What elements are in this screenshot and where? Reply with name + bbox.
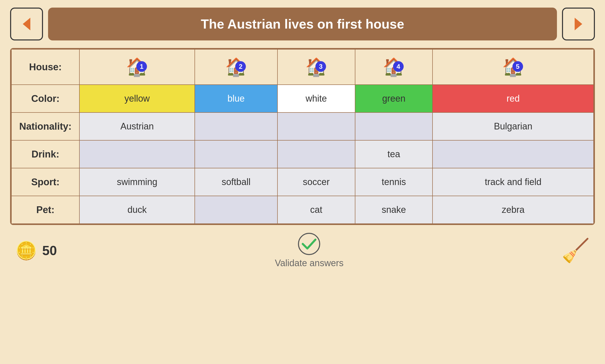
house-wrap-3: 3 🏠	[305, 58, 327, 76]
color-cell-4[interactable]: green	[355, 85, 433, 112]
nationality-label: Nationality:	[11, 112, 79, 140]
next-button[interactable]	[562, 8, 595, 40]
drink-label: Drink:	[11, 140, 79, 168]
pet-cell-3[interactable]: cat	[277, 196, 355, 224]
pet-label: Pet:	[11, 196, 79, 224]
coin-count: 50	[42, 243, 57, 258]
house-number-3: 3	[315, 61, 326, 72]
color-cell-5[interactable]: red	[433, 85, 594, 112]
color-label: Color:	[11, 85, 79, 112]
next-icon	[571, 16, 586, 32]
header: The Austrian lives on first house	[10, 8, 595, 40]
svg-point-2	[298, 233, 320, 255]
house-cell-2: 2 🏠	[195, 49, 277, 85]
nationality-cell-1[interactable]: Austrian	[79, 112, 195, 140]
drink-cell-5[interactable]	[433, 140, 594, 168]
pet-cell-2[interactable]	[195, 196, 277, 224]
house-wrap-4: 4 🏠	[383, 58, 405, 76]
validate-checkmark-icon	[298, 233, 320, 255]
footer: 🪙 50 Validate answers 🧹	[10, 233, 595, 268]
house-row: House: 1 🏠 2 🏠 3 🏠	[11, 49, 594, 85]
title-bar: The Austrian lives on first house	[48, 8, 557, 40]
drink-cell-2[interactable]	[195, 140, 277, 168]
color-row: Color: yellow blue white green red	[11, 85, 594, 112]
house-cell-5: 5 🏠	[433, 49, 594, 85]
sport-row: Sport: swimming softball soccer tennis t…	[11, 168, 594, 196]
house-label: House:	[11, 49, 79, 85]
sport-label: Sport:	[11, 168, 79, 196]
sport-cell-3[interactable]: soccer	[277, 168, 355, 196]
color-cell-3[interactable]: white	[277, 85, 355, 112]
drink-row: Drink: tea	[11, 140, 594, 168]
pet-cell-5[interactable]: zebra	[433, 196, 594, 224]
pet-cell-1[interactable]: duck	[79, 196, 195, 224]
color-cell-1[interactable]: yellow	[79, 85, 195, 112]
house-number-5: 5	[512, 61, 523, 72]
sport-cell-2[interactable]: softball	[195, 168, 277, 196]
main-table-container: House: 1 🏠 2 🏠 3 🏠	[10, 48, 595, 225]
nationality-cell-2[interactable]	[195, 112, 277, 140]
svg-marker-0	[23, 18, 30, 30]
house-number-4: 4	[393, 61, 404, 72]
house-cell-1: 1 🏠	[79, 49, 195, 85]
page-title: The Austrian lives on first house	[201, 16, 404, 32]
svg-marker-1	[575, 18, 582, 30]
validate-button[interactable]: Validate answers	[275, 233, 343, 268]
house-number-1: 1	[136, 61, 147, 72]
coin-icon: 🪙	[15, 240, 37, 261]
validate-label: Validate answers	[275, 258, 343, 268]
sport-cell-5[interactable]: track and field	[433, 168, 594, 196]
house-number-2: 2	[235, 61, 246, 72]
nationality-cell-5[interactable]: Bulgarian	[433, 112, 594, 140]
house-wrap-2: 2 🏠	[225, 58, 247, 76]
house-cell-3: 3 🏠	[277, 49, 355, 85]
nationality-cell-3[interactable]	[277, 112, 355, 140]
house-cell-4: 4 🏠	[355, 49, 433, 85]
sport-cell-4[interactable]: tennis	[355, 168, 433, 196]
coins-area: 🪙 50	[15, 240, 57, 261]
nationality-row: Nationality: Austrian Bulgarian	[11, 112, 594, 140]
nationality-cell-4[interactable]	[355, 112, 433, 140]
house-wrap-1: 1 🏠	[126, 58, 148, 76]
pet-row: Pet: duck cat snake zebra	[11, 196, 594, 224]
pet-cell-4[interactable]: snake	[355, 196, 433, 224]
prev-button[interactable]	[10, 8, 43, 40]
prev-icon	[19, 16, 34, 32]
puzzle-table: House: 1 🏠 2 🏠 3 🏠	[11, 49, 594, 224]
drink-cell-4[interactable]: tea	[355, 140, 433, 168]
sport-cell-1[interactable]: swimming	[79, 168, 195, 196]
house-wrap-5: 5 🏠	[502, 58, 524, 76]
color-cell-2[interactable]: blue	[195, 85, 277, 112]
drink-cell-3[interactable]	[277, 140, 355, 168]
drink-cell-1[interactable]	[79, 140, 195, 168]
broom-icon[interactable]: 🧹	[561, 237, 590, 264]
